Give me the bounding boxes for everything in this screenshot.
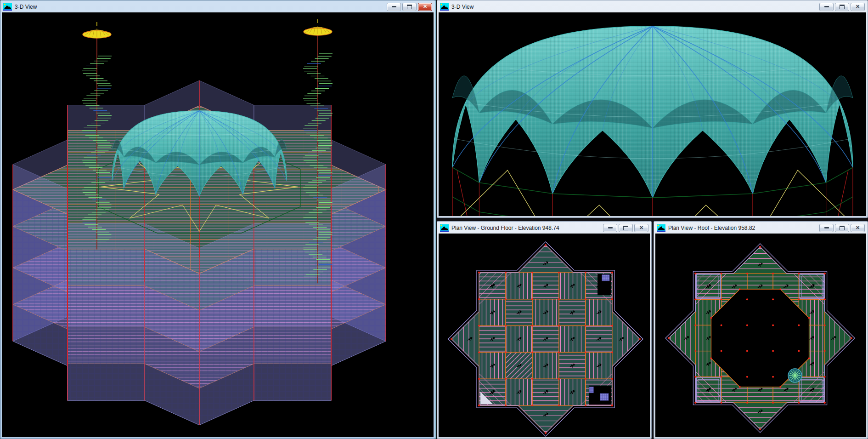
close-icon: ✕	[856, 225, 860, 230]
plan-roof-viewport[interactable]	[655, 234, 866, 437]
window-3d-view-main: 3-D View ✕	[0, 0, 435, 439]
model-window-icon	[440, 224, 449, 232]
model-window-icon	[657, 224, 665, 232]
minimize-icon	[824, 6, 829, 7]
titlebar[interactable]: Plan View - Roof - Elevation 958.82 ✕	[655, 222, 866, 234]
titlebar[interactable]: Plan View - Ground Floor - Elevation 948…	[439, 222, 650, 234]
minimize-icon	[392, 6, 396, 7]
window-controls: ✕	[387, 3, 432, 11]
minimize-button[interactable]	[819, 224, 834, 232]
restore-button[interactable]	[835, 3, 849, 11]
model-window-icon	[440, 3, 449, 11]
restore-icon	[840, 5, 845, 9]
3d-dome-viewport[interactable]	[439, 12, 866, 216]
restore-button[interactable]	[402, 3, 417, 11]
window-plan-roof: Plan View - Roof - Elevation 958.82 ✕	[654, 221, 868, 439]
window-plan-ground: Plan View - Ground Floor - Elevation 948…	[437, 221, 652, 439]
plan-ground-viewport[interactable]	[439, 234, 650, 437]
minimize-button[interactable]	[819, 3, 834, 11]
close-button[interactable]: ✕	[634, 224, 648, 232]
roof-plan	[655, 234, 866, 437]
restore-icon	[407, 5, 412, 9]
window-title: Plan View - Roof - Elevation 958.82	[668, 225, 817, 231]
restore-button[interactable]	[619, 224, 633, 232]
window-controls: ✕	[819, 3, 865, 11]
window-title: Plan View - Ground Floor - Elevation 948…	[451, 225, 600, 231]
close-button[interactable]: ✕	[851, 224, 865, 232]
dome-3d-model	[439, 12, 866, 216]
restore-icon	[840, 226, 845, 230]
mdi-workspace: { "windows": [ {"id":"main-3d","title":"…	[0, 0, 868, 439]
close-icon: ✕	[639, 225, 643, 230]
model-window-icon	[3, 3, 12, 11]
window-title: 3-D View	[451, 4, 817, 10]
close-button[interactable]: ✕	[851, 3, 865, 11]
close-icon: ✕	[856, 4, 860, 9]
3d-model-viewport[interactable]	[2, 12, 434, 437]
window-title: 3-D View	[15, 4, 384, 10]
ground-floor-plan	[439, 234, 650, 437]
window-3d-view-dome: 3-D View ✕	[437, 0, 868, 218]
window-controls: ✕	[603, 224, 648, 232]
minimize-icon	[608, 227, 613, 228]
close-icon: ✕	[423, 4, 427, 9]
minimize-icon	[824, 227, 829, 228]
close-button[interactable]: ✕	[418, 3, 432, 11]
restore-button[interactable]	[835, 224, 849, 232]
mosque-3d-model	[2, 12, 434, 437]
titlebar[interactable]: 3-D View ✕	[439, 0, 866, 12]
titlebar[interactable]: 3-D View ✕	[2, 0, 434, 12]
minimize-button[interactable]	[387, 3, 401, 11]
minimize-button[interactable]	[603, 224, 617, 232]
restore-icon	[623, 226, 628, 230]
window-controls: ✕	[819, 224, 865, 232]
